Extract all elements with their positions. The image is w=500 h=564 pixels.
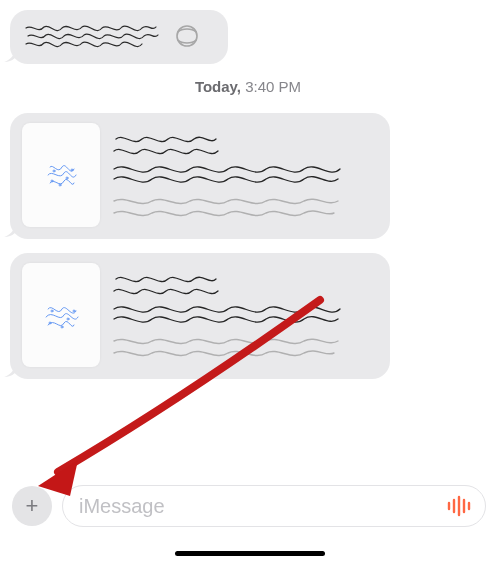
compose-bar: + iMessage xyxy=(0,480,500,532)
message-thread: Today, 3:40 PM xyxy=(0,0,500,379)
voice-waveform-icon[interactable] xyxy=(447,495,473,517)
home-indicator[interactable] xyxy=(175,551,325,556)
received-message-bubble[interactable] xyxy=(10,253,390,379)
message-input-placeholder: iMessage xyxy=(79,495,165,518)
plus-icon: + xyxy=(26,495,39,517)
redacted-content xyxy=(112,123,378,237)
svg-point-9 xyxy=(73,310,75,312)
svg-point-3 xyxy=(59,184,61,186)
attachment-thumbnail[interactable] xyxy=(22,263,100,367)
received-message-bubble[interactable] xyxy=(10,10,228,64)
redacted-content xyxy=(24,22,210,52)
svg-point-2 xyxy=(66,177,68,179)
svg-point-1 xyxy=(53,170,55,172)
svg-point-8 xyxy=(61,326,63,328)
bubble-tail-icon xyxy=(4,223,18,237)
svg-point-6 xyxy=(51,310,53,312)
timestamp-day: Today, xyxy=(195,78,241,95)
message-input[interactable]: iMessage xyxy=(62,485,486,527)
bubble-tail-icon xyxy=(4,363,18,377)
redacted-content xyxy=(112,263,378,377)
received-message-bubble[interactable] xyxy=(10,113,390,239)
svg-point-5 xyxy=(51,180,53,182)
plus-button[interactable]: + xyxy=(12,486,52,526)
svg-point-4 xyxy=(71,169,73,171)
timestamp-time: 3:40 PM xyxy=(245,78,301,95)
attachment-thumbnail[interactable] xyxy=(22,123,100,227)
svg-point-7 xyxy=(67,318,69,320)
bubble-tail-icon xyxy=(4,48,18,62)
timestamp-label: Today, 3:40 PM xyxy=(10,78,486,95)
